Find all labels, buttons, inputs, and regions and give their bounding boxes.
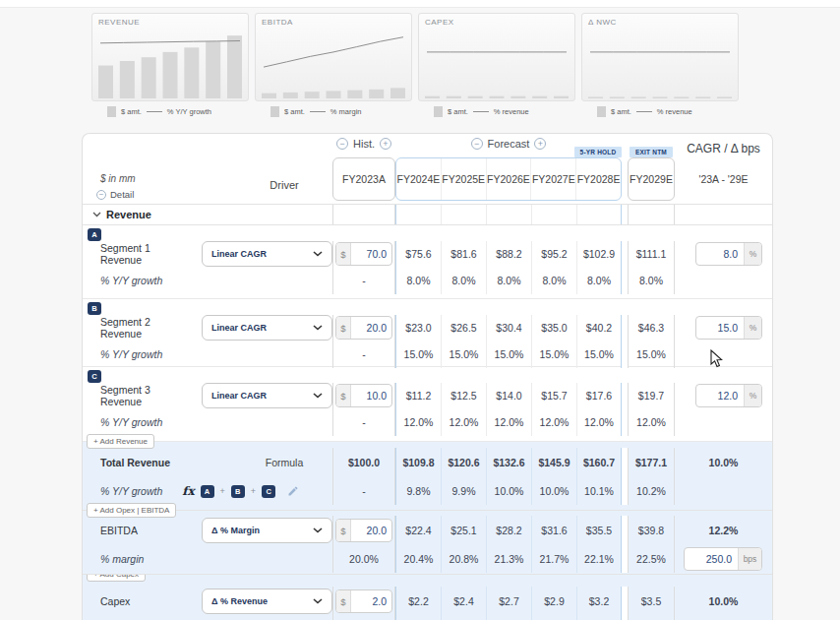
- bar-legend-label: $ amt.: [121, 107, 142, 116]
- hist-minus-icon[interactable]: −: [336, 138, 348, 150]
- formula-badge-a: A: [201, 485, 214, 498]
- chart-card: CAPEX: [418, 13, 575, 101]
- value-cell: $102.9: [576, 241, 622, 267]
- segment-3-label: Segment 3 Revenue: [100, 384, 194, 407]
- total-revenue-label: Total Revenue: [100, 457, 194, 468]
- line-legend-label: % revenue: [494, 107, 529, 116]
- exit-value-cell: $111.1: [628, 241, 675, 267]
- segment-1-row: A Segment 1 Revenue Linear CAGR $70.0 $7…: [83, 225, 772, 299]
- revenue-chart: REVENUE $ amt. % Y/Y growth: [91, 13, 249, 117]
- segment-3-row: C Segment 3 Revenue Linear CAGR $10.0 $1…: [83, 367, 772, 442]
- chart-title: Δ NWC: [588, 18, 617, 27]
- chart-title: EBITDA: [262, 18, 293, 27]
- cagr-range-label: '23A - '29E: [675, 157, 772, 201]
- ebitda-row: + Add Opex | EBITDA EBITDA Δ % Margin $2…: [83, 511, 772, 575]
- value-cell: $88.2: [486, 241, 531, 267]
- detail-toggle[interactable]: − Detail: [96, 189, 134, 200]
- bar-legend-label: $ amt.: [611, 107, 631, 116]
- total-revenue-row: + Add Revenue Total Revenue Formula $100…: [83, 442, 772, 511]
- bar-legend-label: $ amt.: [284, 107, 305, 116]
- chart-legend: $ amt. % revenue: [418, 106, 575, 117]
- chevron-down-icon: [313, 325, 323, 331]
- line-legend-swatch: [636, 111, 652, 112]
- model-table: − Hist. + − Forecast + 5-YR HOLD EXIT NT…: [82, 133, 773, 620]
- col-header-fy2028e: FY2028E: [575, 158, 621, 200]
- chart-plot: [582, 14, 738, 100]
- line-legend-swatch: [147, 111, 162, 112]
- value-cell: $95.2: [531, 241, 576, 267]
- detail-label: Detail: [110, 189, 134, 200]
- mouse-cursor: [710, 349, 723, 368]
- nwc-chart: Δ NWC $ amt. % revenue: [581, 13, 739, 117]
- formula-badge-c: C: [262, 485, 275, 498]
- hold-badge: 5-YR HOLD: [574, 147, 622, 157]
- col-header-fy2024e: FY2024E: [396, 158, 441, 200]
- segment-2-amount-input[interactable]: $20.0: [335, 316, 392, 340]
- chevron-down-icon: [92, 212, 101, 217]
- chart-plot: [92, 14, 248, 100]
- segment-1-cagr-input[interactable]: 8.0%: [695, 242, 762, 266]
- hist-plus-icon[interactable]: +: [380, 138, 391, 150]
- chart-card: EBITDA: [255, 13, 412, 101]
- add-opex-ebitda-button[interactable]: + Add Opex | EBITDA: [87, 503, 176, 518]
- detail-minus-icon[interactable]: −: [96, 190, 106, 200]
- cagr-header: CAGR / Δ bps: [675, 142, 772, 155]
- edit-pencil-icon[interactable]: [287, 485, 299, 497]
- segment-2-cagr-input[interactable]: 15.0%: [695, 316, 762, 340]
- segment-b-badge: B: [88, 302, 101, 315]
- exit-ntm-badge: EXIT NTM: [630, 147, 673, 157]
- value-cell: $75.6: [395, 241, 441, 267]
- col-header-fy2025e: FY2025E: [441, 158, 486, 200]
- bar-legend-swatch: [270, 106, 279, 117]
- segment-3-amount-input[interactable]: $10.0: [335, 384, 392, 407]
- top-strip: [0, 0, 840, 8]
- line-legend-label: % margin: [330, 107, 362, 116]
- bar-legend-swatch: [107, 106, 116, 117]
- col-header-fy2026e: FY2026E: [486, 158, 531, 200]
- ebitda-chart: EBITDA $ amt. % margin: [255, 13, 412, 117]
- forecast-label: Forecast: [488, 138, 530, 150]
- growth-label: % Y/Y growth: [83, 341, 332, 368]
- table-header: − Hist. + − Forecast + 5-YR HOLD EXIT NT…: [83, 134, 772, 205]
- segment-1-amount-input[interactable]: $70.0: [335, 242, 392, 266]
- segment-3-cagr-input[interactable]: 12.0%: [695, 384, 762, 407]
- segment-2-label: Segment 2 Revenue: [100, 316, 194, 340]
- chart-plot: [256, 14, 411, 100]
- forecast-minus-icon[interactable]: −: [471, 138, 483, 150]
- segment-3-driver-select[interactable]: Linear CAGR: [202, 383, 332, 408]
- add-capex-button[interactable]: + Add Capex: [87, 575, 146, 582]
- chart-plot: [419, 14, 574, 100]
- capex-row: + Add Capex Capex Δ % Revenue $2.0 $2.2 …: [83, 575, 772, 620]
- chart-legend: $ amt. % Y/Y growth: [91, 106, 249, 117]
- capex-label: Capex: [100, 595, 194, 607]
- forecast-col-group: FY2024E FY2025E FY2026E FY2027E FY2028E: [395, 157, 622, 201]
- add-revenue-button[interactable]: + Add Revenue: [87, 434, 154, 449]
- line-legend-label: % Y/Y growth: [167, 107, 211, 116]
- capex-amount-input[interactable]: $2.0: [335, 589, 392, 613]
- capex-driver-select[interactable]: Δ % Revenue: [202, 589, 332, 614]
- segment-2-driver-select[interactable]: Linear CAGR: [202, 315, 332, 341]
- bar-legend-swatch: [434, 106, 443, 117]
- segment-1-label: Segment 1 Revenue: [100, 242, 194, 266]
- segment-2-row: B Segment 2 Revenue Linear CAGR $20.0 $2…: [83, 299, 772, 367]
- chart-legend: $ amt. % margin: [255, 106, 412, 117]
- ebitda-label: EBITDA: [100, 525, 194, 536]
- formula-badge-b: B: [231, 485, 245, 498]
- col-header-fy2023a: FY2023A: [332, 157, 395, 201]
- growth-label: % Y/Y growth: [100, 485, 162, 497]
- segment-a-badge: A: [88, 228, 101, 241]
- ebitda-driver-select[interactable]: Δ % Margin: [202, 518, 332, 543]
- chart-card: Δ NWC: [581, 13, 739, 101]
- hist-label: Hist.: [353, 138, 375, 150]
- value-cell: $81.6: [441, 241, 486, 267]
- col-header-fy2029e: FY2029E: [628, 157, 675, 201]
- formula-driver-label: Formula: [230, 457, 338, 468]
- ebitda-amount-input[interactable]: $20.0: [335, 519, 392, 542]
- fx-icon: fx: [182, 484, 194, 498]
- bar-legend-label: $ amt.: [448, 107, 468, 116]
- forecast-plus-icon[interactable]: +: [534, 138, 546, 150]
- ebitda-bps-input[interactable]: 250.0bps: [684, 547, 762, 571]
- hist-toggle-group: − Hist. +: [332, 138, 395, 150]
- segment-1-driver-select[interactable]: Linear CAGR: [202, 241, 332, 267]
- revenue-section-title[interactable]: Revenue: [83, 205, 332, 224]
